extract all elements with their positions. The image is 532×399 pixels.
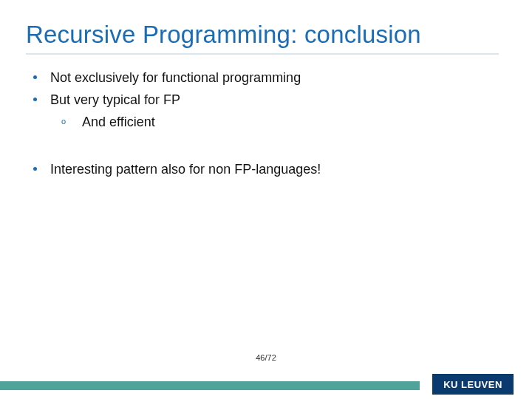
- slide: Recursive Programming: conclusion Not ex…: [0, 0, 532, 399]
- bullet-item: Interesting pattern also for non FP-lang…: [33, 160, 491, 179]
- bullet-text: Not exclusively for functional programmi…: [50, 68, 491, 87]
- title-underline: [26, 53, 499, 55]
- spacer: [33, 134, 491, 160]
- bullet-item: Not exclusively for functional programmi…: [33, 68, 491, 87]
- bullet-text: But very typical for FP: [50, 90, 491, 109]
- circle-marker-icon: o: [61, 116, 69, 128]
- kuleuven-logo: KU LEUVEN: [432, 374, 514, 395]
- bullet-dot-icon: [33, 98, 37, 101]
- slide-body: Not exclusively for functional programmi…: [33, 68, 491, 182]
- sub-bullet-text: And efficient: [82, 112, 491, 132]
- footer-stripe: [0, 381, 420, 390]
- bullet-dot-icon: [33, 167, 37, 171]
- bullet-dot-icon: [33, 75, 37, 79]
- slide-title: Recursive Programming: conclusion: [26, 21, 421, 49]
- bullet-item: But very typical for FP: [33, 90, 491, 109]
- bullet-text: Interesting pattern also for non FP-lang…: [50, 160, 491, 179]
- page-number: 46/72: [0, 353, 532, 362]
- logo-text: KU LEUVEN: [443, 379, 502, 390]
- footer: KU LEUVEN: [0, 369, 532, 399]
- sub-bullet-item: o And efficient: [61, 112, 491, 132]
